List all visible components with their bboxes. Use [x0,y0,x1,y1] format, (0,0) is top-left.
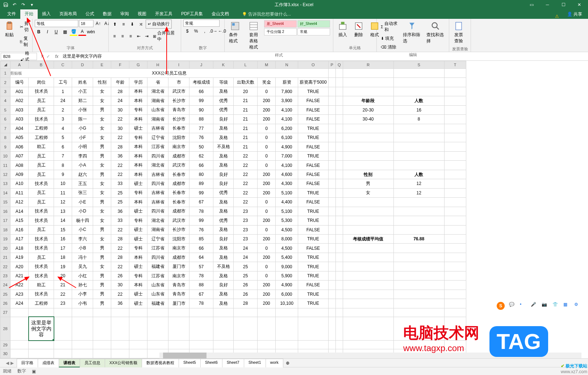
float-s-icon[interactable]: S [497,302,505,310]
sheet-tab[interactable]: 田字格 [17,359,38,367]
row-header[interactable]: 1 [0,68,11,77]
data-cell[interactable]: 女 [93,124,111,133]
col-header[interactable]: L [234,61,258,69]
data-cell[interactable]: A12 [11,198,29,207]
align-left-icon[interactable]: ≡ [111,32,118,40]
font-size-select[interactable] [79,20,93,27]
row-header[interactable]: 29 [0,341,11,349]
data-cell[interactable]: FALSE [298,161,329,170]
side-cell[interactable]: 8 [393,115,444,124]
data-cell[interactable]: 30 [111,105,129,114]
data-cell[interactable]: 0 [258,142,276,151]
data-cell[interactable]: 长春市 [168,170,189,179]
row-header[interactable]: 23 [0,271,11,280]
data-cell[interactable]: FALSE [298,198,329,207]
clear-button[interactable]: ⌫ 清除 [379,43,399,51]
data-cell[interactable]: A04 [11,124,29,133]
data-cell[interactable]: A19 [11,253,29,262]
data-cell[interactable]: 小E [72,198,93,207]
sheet-tab[interactable]: Sheet1 [244,359,266,367]
qat-more-icon[interactable]: ▾ [29,2,35,8]
data-cell[interactable]: 23 [54,299,72,308]
data-cell[interactable]: TRUE [298,133,329,142]
data-cell[interactable]: 28 [111,142,129,151]
data-cell[interactable]: 工程师 [29,133,54,142]
data-cell[interactable]: 200 [258,290,276,299]
data-cell[interactable]: 3,900 [276,96,298,105]
data-cell[interactable]: 本科 [129,96,147,105]
data-cell[interactable]: 25 [111,188,129,197]
insert-cells-button[interactable]: 插入 [335,20,350,39]
data-cell[interactable]: 冯十 [72,253,93,262]
sheet-tab[interactable]: Sheet7 [222,359,244,367]
float-grid-icon[interactable]: ▦ [563,302,570,308]
column-header-cell[interactable]: 薪资 [276,78,298,87]
data-cell[interactable]: 男 [93,299,111,308]
data-cell[interactable]: 及格 [213,87,234,96]
data-cell[interactable]: 辽宁省 [147,234,168,243]
data-cell[interactable]: 不及格 [213,262,234,271]
data-cell[interactable]: 6,000 [276,290,298,299]
data-cell[interactable]: 3 [54,115,72,124]
data-cell[interactable]: 成都市 [168,207,189,216]
data-cell[interactable]: 5,400 [276,253,298,262]
data-cell[interactable]: 9 [54,170,72,179]
data-cell[interactable]: 16 [54,234,72,243]
border-button[interactable]: ▦ [61,28,69,36]
grid-table[interactable]: ◢ABCDEFGHIJKLMNOPQRST1XXX公司员工信息2编号岗位工号姓名… [0,61,466,358]
row-header[interactable]: 19 [0,234,11,243]
data-cell[interactable]: 小韦 [72,299,93,308]
data-cell[interactable]: 硕士 [129,234,147,243]
style-bad[interactable]: 差_Sheet4 [264,20,297,28]
data-cell[interactable]: 湖南省 [147,225,168,234]
data-cell[interactable]: 员工 [29,225,54,234]
data-cell[interactable]: 17 [54,244,72,253]
column-header-cell[interactable]: 奖金 [258,78,276,87]
data-cell[interactable]: 技术员 [29,290,54,299]
data-cell[interactable]: 5 [54,133,72,142]
data-cell[interactable]: 专科 [129,271,147,280]
data-cell[interactable]: 硕士 [129,299,147,308]
data-cell[interactable]: 男 [93,198,111,207]
ribbon-options-icon[interactable]: ▭ [524,0,539,9]
data-cell[interactable]: 57 [189,262,213,271]
data-cell[interactable]: 25 [234,262,258,271]
italic-button[interactable]: I [43,28,51,36]
data-cell[interactable]: 小A [72,161,93,170]
data-cell[interactable]: 男 [93,290,111,299]
data-cell[interactable]: 200 [258,299,276,308]
tab-insert[interactable]: 插入 [38,9,55,19]
sheet-tab[interactable]: Sheet5 [179,359,201,367]
data-cell[interactable]: 12 [54,198,72,207]
float-mic-icon[interactable]: 🎤 [531,302,537,308]
data-cell[interactable]: 36 [111,207,129,216]
data-cell[interactable]: 员工 [29,188,54,197]
data-cell[interactable]: A15 [11,216,29,225]
data-cell[interactable]: 男 [93,105,111,114]
data-cell[interactable]: 孙七 [72,281,93,290]
data-cell[interactable]: FALSE [298,96,329,105]
phonetic-button[interactable]: wén [87,28,95,36]
data-cell[interactable]: 助工 [29,142,54,151]
data-cell[interactable]: 优秀 [213,96,234,105]
style-good[interactable]: 好_Sheet4 [297,20,330,28]
data-cell[interactable]: 4,100 [276,105,298,114]
data-cell[interactable]: 33 [111,216,129,225]
data-cell[interactable]: 及格 [213,244,234,253]
data-cell[interactable]: 22 [234,161,258,170]
data-cell[interactable]: A17 [11,234,29,243]
data-cell[interactable]: 及格 [213,225,234,234]
col-header[interactable]: I [168,61,189,69]
col-header[interactable]: K [213,61,234,69]
cancel-formula-icon[interactable]: ✕ [41,54,44,59]
data-cell[interactable]: TRUE [298,299,329,308]
data-cell[interactable]: 技术员 [29,115,54,124]
data-cell[interactable]: 南京市 [168,142,189,151]
data-cell[interactable]: 技术员 [29,234,54,243]
row-header[interactable]: 12 [0,170,11,179]
data-cell[interactable]: TRUE [298,234,329,243]
select-all-corner[interactable]: ◢ [0,61,11,69]
copy-button[interactable]: ⎘ 复制 [18,34,31,49]
minimize-icon[interactable]: ─ [540,0,555,9]
data-cell[interactable]: 江苏省 [147,271,168,280]
